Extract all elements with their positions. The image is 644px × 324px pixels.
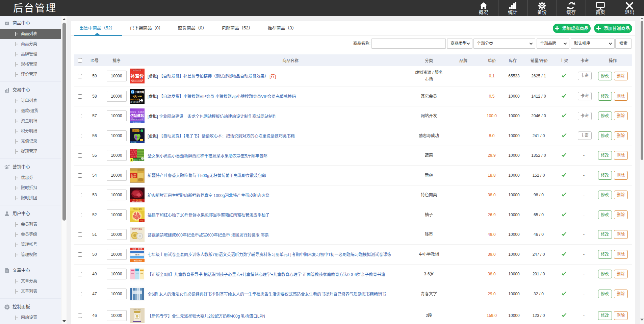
svg-text:3天·VIP: 3天·VIP bbox=[132, 95, 142, 98]
svg-text:10斤: 10斤 bbox=[140, 220, 144, 222]
svg-text:补差价专用链接: 补差价专用链接 bbox=[131, 79, 143, 82]
svg-text:七年级上册试卷: 七年级上册试卷 bbox=[132, 248, 143, 250]
svg-text:话语攻心术: 话语攻心术 bbox=[131, 129, 140, 132]
svg-text:仿站建站: 仿站建站 bbox=[130, 114, 144, 118]
svg-text:平和红心蜜柚: 平和红心蜜柚 bbox=[133, 208, 142, 210]
svg-text:散养生鲜 真空包装: 散养生鲜 真空包装 bbox=[132, 201, 143, 202]
svg-text:全套7册: 全套7册 bbox=[135, 253, 139, 255]
svg-text:急速+密电联系: 急速+密电联系 bbox=[130, 101, 140, 103]
svg-text:网站建设 一条龙服务: 网站建设 一条龙服务 bbox=[130, 111, 144, 113]
svg-text:故宫600年纪念: 故宫600年纪念 bbox=[132, 228, 143, 230]
svg-text:商城网站制作: 商城网站制作 bbox=[133, 121, 141, 123]
svg-text:测试自动发货: 测试自动发货 bbox=[133, 69, 141, 71]
svg-text:人教版 必刷题: 人教版 必刷题 bbox=[132, 259, 142, 261]
svg-text:5: 5 bbox=[131, 158, 132, 161]
svg-text:小猿搜题: 小猿搜题 bbox=[134, 91, 145, 94]
svg-text:送1斤: 送1斤 bbox=[131, 175, 136, 178]
svg-text:模板建站·设计制作: 模板建站·设计制作 bbox=[131, 118, 143, 120]
svg-text:合生元·派星: 合生元·派星 bbox=[133, 308, 140, 310]
svg-text:全天自动发货: 全天自动发货 bbox=[130, 98, 139, 101]
svg-text:攻心话术: 攻心话术 bbox=[134, 136, 140, 138]
svg-text:电子书版: 电子书版 bbox=[131, 141, 136, 143]
